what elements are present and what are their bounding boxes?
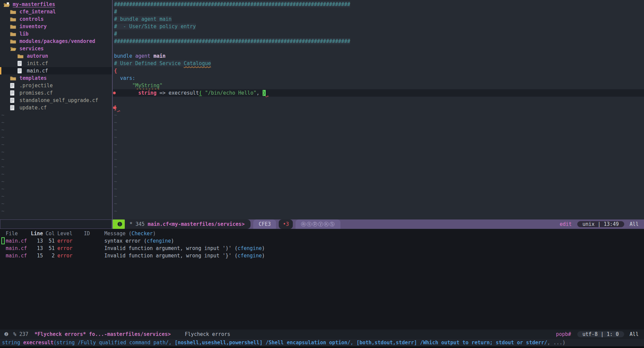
- empty-line-tilde: ~: [0, 193, 112, 200]
- empty-line-tilde: ~: [113, 200, 644, 207]
- code-line[interactable]: # - User/Site policy entry: [113, 23, 644, 30]
- tree-item[interactable]: modules/packages/vendored: [0, 38, 112, 45]
- encoding-position: utf-8 | 1: 0: [577, 331, 624, 337]
- file-icon: [17, 68, 24, 73]
- echo-area[interactable]: string execresult(string /Fully qualifie…: [0, 339, 644, 348]
- error-row[interactable]: main.cf152errorInvalid function argument…: [0, 252, 644, 259]
- message-text: ): [262, 245, 265, 251]
- header-line: Line: [30, 230, 43, 237]
- empty-line-tilde: ~: [0, 119, 112, 126]
- eldoc-token: , ...): [547, 340, 566, 346]
- code-line[interactable]: string => execresult( "/bin/echo Hello",…: [113, 89, 644, 97]
- empty-line-tilde: ~: [113, 163, 644, 170]
- code-line[interactable]: bundle agent main: [113, 52, 644, 60]
- error-row[interactable]: main.cf1351errorInvalid function argumen…: [0, 245, 644, 252]
- error-level: error: [55, 237, 84, 245]
- empty-line-tilde: ~: [0, 148, 112, 156]
- tree-item[interactable]: services: [0, 45, 112, 52]
- code-token: [114, 75, 120, 81]
- tree-item[interactable]: autorun: [0, 52, 112, 60]
- code-token: ": [132, 83, 135, 89]
- tree-item-label: controls: [19, 15, 44, 23]
- folder-icon: [10, 76, 17, 81]
- eldoc-token: [noshell,useshell,powershell] /Shell enc…: [175, 340, 351, 346]
- tree-item[interactable]: promises.cf: [0, 89, 112, 97]
- tree-item[interactable]: controls: [0, 15, 112, 23]
- code-token: # bundle agent main: [114, 16, 172, 22]
- code-line[interactable]: vars:: [113, 74, 644, 82]
- buffer-name[interactable]: main.cf<my-masterfiles/services>: [148, 221, 245, 227]
- error-level: error: [55, 252, 84, 259]
- code-line[interactable]: {: [113, 67, 644, 74]
- buffer-info: * 345 main.cf<my-masterfiles/services>: [125, 219, 251, 229]
- empty-line-tilde: ~: [113, 119, 644, 126]
- code-token: #: [114, 9, 117, 15]
- code-token: "/bin/echo Hello": [205, 90, 257, 96]
- buffer-size: * 345: [129, 221, 145, 227]
- tree-item-label: my-masterfiles: [13, 1, 55, 8]
- code-line[interactable]: #: [113, 8, 644, 15]
- code-line[interactable]: [113, 97, 644, 104]
- tree-item-label: standalone_self_upgrade.cf: [19, 97, 98, 104]
- code-token: =>: [159, 90, 165, 96]
- folder-icon: [10, 31, 17, 37]
- folder-icon: [17, 53, 24, 59]
- tree-item[interactable]: templates: [0, 74, 112, 82]
- code-line[interactable]: "MyString": [113, 82, 644, 89]
- tree-item[interactable]: .projectile: [0, 82, 112, 89]
- eldoc-signature: string execresult(string /Fully qualifie…: [0, 339, 644, 346]
- treemacs-modeline: [0, 219, 112, 229]
- error-message: Invalid function argument, wrong input '…: [104, 252, 644, 259]
- code-line[interactable]: [113, 45, 644, 52]
- code-token: [266, 90, 269, 96]
- error-count[interactable]: •3: [279, 219, 293, 229]
- code-token: ,: [256, 90, 259, 96]
- tree-item[interactable]: inventory: [0, 23, 112, 30]
- empty-line-tilde: ~: [113, 185, 644, 193]
- folder-icon: [10, 24, 17, 29]
- code-token: Catalogue: [184, 60, 211, 66]
- code-line[interactable]: # User Defined Service Catalogue: [113, 60, 644, 67]
- empty-line-tilde: ~: [113, 126, 644, 134]
- tree-item[interactable]: lib: [0, 30, 112, 38]
- eldoc-token: (: [54, 340, 57, 346]
- tree-item[interactable]: my-masterfiles: [0, 1, 112, 8]
- tree-item[interactable]: update.cf: [0, 104, 112, 111]
- error-col: 51: [43, 237, 55, 245]
- major-mode[interactable]: Flycheck errors: [185, 331, 230, 337]
- eldoc-token: ,: [169, 340, 175, 346]
- code-token: agent: [135, 53, 150, 59]
- inactive-cursor: [1, 237, 5, 244]
- error-message: syntax error (cfengine): [104, 237, 644, 245]
- tree-item[interactable]: init.cf: [0, 60, 112, 67]
- error-row[interactable]: main.cf1351errorsyntax error (cfengine): [0, 237, 644, 245]
- header-file: File: [6, 230, 30, 237]
- code-line[interactable]: }: [113, 104, 644, 111]
- tree-item[interactable]: cfe_internal: [0, 8, 112, 15]
- flycheck-header: File Line Col Level ID Message (Checker): [0, 230, 644, 237]
- tree-item[interactable]: standalone_self_upgrade.cf: [0, 97, 112, 104]
- tree-item-label: templates: [19, 74, 47, 82]
- open-folder-icon: [10, 46, 17, 51]
- file-tree[interactable]: my-masterfilescfe_internalcontrolsinvent…: [0, 0, 112, 219]
- code-line[interactable]: ########################################…: [113, 1, 644, 8]
- flycheck-error-list[interactable]: File Line Col Level ID Message (Checker)…: [0, 229, 644, 330]
- code-line[interactable]: ########################################…: [113, 38, 644, 45]
- eldoc-token: string: [2, 340, 23, 346]
- tree-item[interactable]: main.cf: [0, 67, 112, 74]
- code-line[interactable]: #: [113, 30, 644, 38]
- message-text: ): [262, 253, 265, 259]
- minor-modes[interactable]: ⓐⓢⓟⓨⓀⓈ: [296, 219, 340, 229]
- error-file: main.cf: [6, 252, 30, 259]
- editor-buffer[interactable]: ########################################…: [113, 0, 644, 219]
- empty-line-tilde: ~: [113, 170, 644, 178]
- editor-modeline: ❶ * 345 main.cf<my-masterfiles/services>…: [113, 219, 644, 229]
- code-line[interactable]: # bundle agent main: [113, 15, 644, 23]
- checker-name: cfengine: [147, 238, 171, 244]
- tree-item-label: inventory: [19, 23, 47, 30]
- eldoc-token: ,: [351, 340, 357, 346]
- buffer-name[interactable]: *Flycheck errors* fo...-masterfiles/serv…: [35, 331, 171, 337]
- error-bullet-icon: •: [283, 221, 286, 227]
- major-mode-tab[interactable]: CFE3: [253, 219, 276, 229]
- file-icon: [10, 98, 17, 103]
